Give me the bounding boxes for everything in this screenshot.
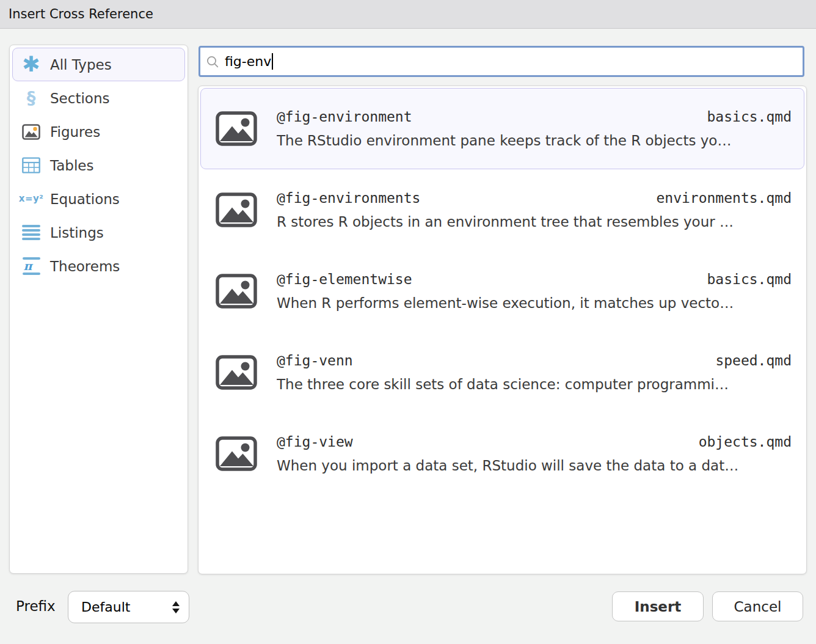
result-description: The RStudio environment pane keeps track… <box>277 133 792 148</box>
prefix-select[interactable]: Default <box>68 591 189 623</box>
result-text: @fig-venn speed.qmd The three core skill… <box>277 353 792 392</box>
result-description: When you import a data set, RStudio will… <box>277 458 792 474</box>
sidebar-item-label: Equations <box>50 191 120 207</box>
cancel-button[interactable]: Cancel <box>712 591 803 621</box>
dialog-titlebar: Insert Cross Reference <box>0 0 816 29</box>
dialog-title: Insert Cross Reference <box>9 7 153 21</box>
result-text: @fig-environments environments.qmd R sto… <box>277 190 792 230</box>
result-description: R stores R objects in an environment tre… <box>277 214 792 230</box>
sidebar-item-label: Listings <box>50 225 104 241</box>
theorem-icon: π <box>18 257 45 275</box>
section-icon: § <box>18 89 45 107</box>
sidebar-item-equations[interactable]: x=y² Equations <box>12 182 185 216</box>
result-row[interactable]: @fig-view objects.qmd When you import a … <box>200 413 804 494</box>
result-file: speed.qmd <box>715 353 792 368</box>
sidebar-item-figures[interactable]: Figures <box>12 115 185 148</box>
result-file: environments.qmd <box>656 190 792 206</box>
type-filter-sidebar: ✱ All Types § Sections Figures Tables x=… <box>9 45 188 574</box>
sidebar-item-all-types[interactable]: ✱ All Types <box>12 48 185 81</box>
sidebar-item-label: Figures <box>50 124 100 140</box>
result-row[interactable]: @fig-environment basics.qmd The RStudio … <box>200 88 804 169</box>
sidebar-item-listings[interactable]: Listings <box>12 216 185 249</box>
search-query-text: fig-env <box>225 54 271 69</box>
sidebar-item-label: All Types <box>50 57 112 73</box>
results-list: @fig-environment basics.qmd The RStudio … <box>198 86 807 574</box>
result-ref: @fig-environment <box>277 109 412 125</box>
sidebar-item-tables[interactable]: Tables <box>12 148 185 182</box>
result-text: @fig-elementwise basics.qmd When R perfo… <box>277 271 792 311</box>
result-text: @fig-view objects.qmd When you import a … <box>277 434 792 474</box>
search-icon <box>206 55 219 68</box>
result-text: @fig-environment basics.qmd The RStudio … <box>277 109 792 148</box>
sidebar-item-sections[interactable]: § Sections <box>12 81 185 115</box>
result-file: objects.qmd <box>699 434 792 450</box>
sidebar-item-label: Tables <box>50 158 93 174</box>
result-ref: @fig-venn <box>277 353 353 368</box>
result-ref: @fig-view <box>277 434 353 450</box>
sidebar-item-label: Sections <box>50 90 109 106</box>
result-row[interactable]: @fig-environments environments.qmd R sto… <box>200 169 804 251</box>
equation-icon: x=y² <box>18 194 45 203</box>
search-input[interactable]: fig-env <box>199 46 804 77</box>
result-ref: @fig-environments <box>277 190 420 206</box>
asterisk-icon: ✱ <box>18 54 45 75</box>
result-file: basics.qmd <box>707 109 792 125</box>
image-icon <box>216 436 257 471</box>
image-icon <box>216 274 257 309</box>
prefix-label: Prefix <box>16 598 56 614</box>
result-ref: @fig-elementwise <box>277 271 412 287</box>
sidebar-item-theorems[interactable]: π Theorems <box>12 249 185 283</box>
figure-icon <box>18 124 45 140</box>
result-description: The three core skill sets of data scienc… <box>277 376 792 392</box>
sidebar-item-label: Theorems <box>50 258 120 274</box>
result-row[interactable]: @fig-venn speed.qmd The three core skill… <box>200 332 804 413</box>
listing-icon <box>18 225 45 240</box>
text-caret <box>272 53 273 70</box>
prefix-select-value: Default <box>81 599 172 615</box>
result-row[interactable]: @fig-elementwise basics.qmd When R perfo… <box>200 251 804 332</box>
select-arrows-icon <box>172 601 180 613</box>
image-icon <box>216 111 257 146</box>
result-description: When R performs element-wise execution, … <box>277 295 792 311</box>
image-icon <box>216 192 257 227</box>
insert-button[interactable]: Insert <box>612 591 704 621</box>
image-icon <box>216 355 257 390</box>
table-icon <box>18 157 45 174</box>
result-file: basics.qmd <box>707 271 792 287</box>
